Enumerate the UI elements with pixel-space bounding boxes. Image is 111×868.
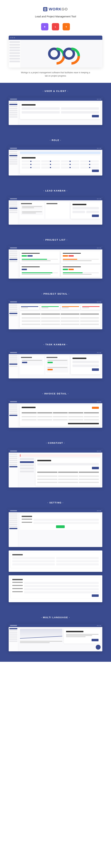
tab-item[interactable] bbox=[20, 467, 34, 469]
hero-caption: Workgo is a project management software … bbox=[21, 71, 90, 78]
perm-checkbox[interactable] bbox=[89, 167, 90, 168]
section-title: · PROJECT LIST · bbox=[3, 239, 108, 241]
tab-item[interactable] bbox=[20, 471, 34, 472]
task-card[interactable] bbox=[46, 359, 69, 365]
create-button[interactable] bbox=[92, 115, 99, 117]
task-card[interactable] bbox=[21, 359, 43, 365]
save-task-button[interactable] bbox=[92, 368, 99, 371]
perm-checkbox[interactable] bbox=[50, 167, 51, 168]
tab-item[interactable] bbox=[20, 458, 34, 460]
setting-screen-2 bbox=[9, 551, 102, 572]
permission-title bbox=[22, 157, 36, 158]
section-setting: · SETTING · bbox=[0, 494, 111, 609]
kanban-column[interactable] bbox=[45, 202, 70, 219]
lead-card[interactable] bbox=[21, 205, 43, 210]
setting-input[interactable] bbox=[24, 582, 99, 584]
save-email-button[interactable] bbox=[92, 594, 99, 597]
constant-tabs bbox=[20, 458, 34, 486]
section-constant: · CONSTANT · bbox=[0, 435, 111, 494]
section-title: · LEAD KANBAN · bbox=[3, 189, 108, 192]
table-row[interactable] bbox=[22, 323, 99, 326]
tab-item[interactable] bbox=[20, 461, 34, 463]
section-task-kanban: · TASK KANBAN · bbox=[0, 336, 111, 385]
source-input[interactable] bbox=[37, 463, 99, 465]
logo-suffix: GO bbox=[62, 7, 68, 11]
section-title: · PROJECT DETAIL · bbox=[3, 292, 108, 295]
section-title: · SETTING · bbox=[3, 501, 108, 504]
create-lead-modal bbox=[71, 202, 101, 219]
section-title: · MULTI LANGUAGE · bbox=[3, 616, 108, 619]
setting-input[interactable] bbox=[56, 563, 99, 565]
lead-field[interactable] bbox=[73, 211, 85, 213]
task-card[interactable] bbox=[46, 366, 69, 373]
invoice-total bbox=[68, 423, 99, 424]
modal-title bbox=[73, 358, 86, 359]
perm-checkbox[interactable] bbox=[50, 164, 51, 165]
perm-checkbox[interactable] bbox=[70, 164, 71, 165]
setting-input[interactable] bbox=[12, 560, 55, 562]
section-role: · ROLE · bbox=[0, 132, 111, 182]
tab-item[interactable] bbox=[20, 464, 34, 466]
perm-checkbox[interactable] bbox=[30, 164, 31, 165]
lang-action-button[interactable] bbox=[91, 639, 99, 641]
setting-input[interactable] bbox=[12, 563, 55, 565]
save-role-button[interactable] bbox=[92, 169, 99, 172]
table-row[interactable] bbox=[22, 319, 99, 323]
project-card[interactable] bbox=[20, 251, 60, 264]
constant-screen bbox=[9, 450, 102, 488]
lead-card[interactable] bbox=[21, 210, 43, 215]
task-column[interactable] bbox=[45, 356, 70, 374]
kanban-column[interactable] bbox=[20, 202, 44, 219]
preview-main bbox=[21, 40, 102, 67]
logo-prefix: WORK bbox=[49, 7, 62, 11]
setting-input[interactable] bbox=[56, 557, 99, 559]
tech-icons: B L 5 bbox=[3, 23, 108, 30]
project-card[interactable] bbox=[61, 251, 101, 264]
setting-input[interactable] bbox=[56, 560, 99, 562]
task-field[interactable] bbox=[73, 365, 99, 367]
perm-checkbox[interactable] bbox=[50, 161, 51, 162]
laravel-icon: L bbox=[52, 23, 59, 30]
lead-field[interactable] bbox=[86, 211, 99, 213]
lead-field[interactable] bbox=[73, 207, 99, 209]
setting-input[interactable] bbox=[12, 557, 55, 559]
bootstrap-icon: B bbox=[41, 23, 48, 30]
project-list-screen bbox=[9, 246, 102, 279]
perm-checkbox[interactable] bbox=[89, 164, 90, 165]
add-item-button[interactable] bbox=[92, 407, 99, 409]
section-invoice: · INVOICE DETAIL · bbox=[0, 385, 111, 435]
setting-input[interactable] bbox=[34, 522, 99, 524]
stat-card bbox=[61, 305, 80, 310]
perm-checkbox[interactable] bbox=[30, 161, 31, 162]
role-modal bbox=[20, 155, 101, 174]
task-kanban-screen bbox=[9, 351, 102, 378]
modal-title bbox=[37, 460, 51, 461]
task-field[interactable] bbox=[73, 361, 99, 363]
section-multi-lang: · MULTI LANGUAGE · bbox=[0, 609, 111, 662]
save-constant-button[interactable] bbox=[92, 467, 99, 469]
save-button[interactable] bbox=[56, 525, 65, 528]
email-field[interactable] bbox=[61, 107, 99, 110]
perm-checkbox[interactable] bbox=[30, 167, 31, 168]
section-project-detail: · PROJECT DETAIL · bbox=[0, 286, 111, 336]
setting-input[interactable] bbox=[24, 591, 99, 593]
task-column[interactable] bbox=[20, 356, 44, 374]
perm-checkbox[interactable] bbox=[89, 161, 90, 162]
edit-constant-modal bbox=[36, 458, 101, 486]
perm-checkbox[interactable] bbox=[70, 167, 71, 168]
setting-input[interactable] bbox=[34, 519, 99, 521]
section-lead-kanban: · LEAD KANBAN · bbox=[0, 182, 111, 231]
setting-input[interactable] bbox=[24, 585, 99, 587]
project-card[interactable] bbox=[20, 265, 60, 277]
perm-checkbox[interactable] bbox=[70, 161, 71, 162]
stat-card bbox=[40, 305, 60, 310]
name-field[interactable] bbox=[22, 107, 60, 110]
role-field[interactable] bbox=[61, 111, 99, 114]
save-lead-button[interactable] bbox=[92, 215, 99, 217]
password-field[interactable] bbox=[22, 111, 60, 114]
lead-kanban-screen bbox=[9, 197, 102, 225]
table-row[interactable] bbox=[22, 316, 99, 319]
setting-input[interactable] bbox=[24, 588, 99, 590]
project-card[interactable] bbox=[61, 265, 101, 277]
modal-title bbox=[73, 204, 86, 205]
